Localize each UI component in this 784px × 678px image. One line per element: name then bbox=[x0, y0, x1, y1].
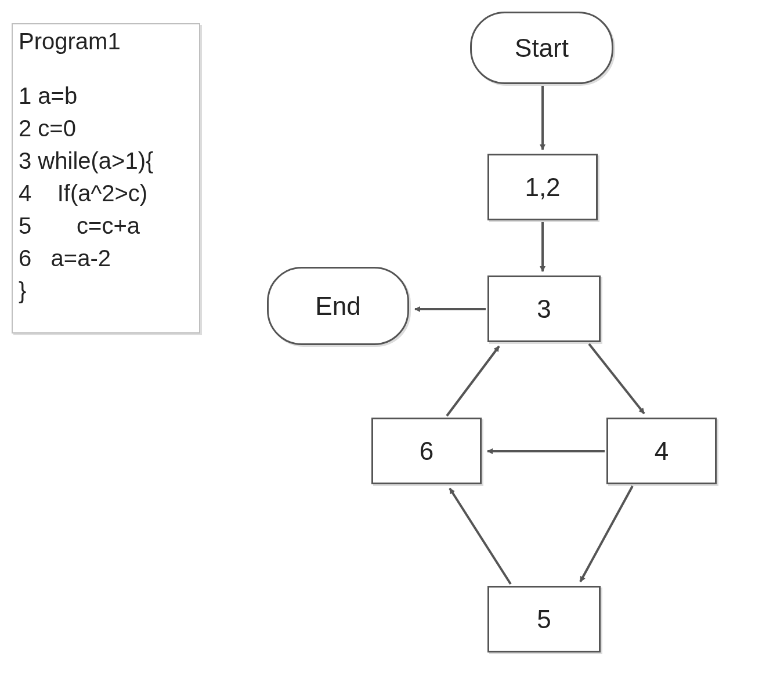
svg-line-3 bbox=[589, 344, 644, 414]
svg-line-5 bbox=[580, 486, 633, 582]
code-title: Program1 bbox=[19, 27, 193, 55]
code-line-2: 2 c=0 bbox=[19, 112, 193, 144]
code-line-1: 1 a=b bbox=[19, 79, 193, 112]
end-terminator: End bbox=[267, 267, 409, 345]
node-5: 5 bbox=[487, 586, 601, 652]
node-5-label: 5 bbox=[537, 605, 551, 634]
code-line-7: } bbox=[19, 274, 193, 307]
node-1-2: 1,2 bbox=[487, 154, 598, 220]
start-terminator: Start bbox=[470, 12, 613, 84]
code-line-5: 5 c=c+a bbox=[19, 209, 193, 242]
node-3: 3 bbox=[487, 275, 601, 342]
node-3-label: 3 bbox=[537, 295, 551, 324]
node-6: 6 bbox=[371, 418, 482, 484]
code-line-6: 6 a=a-2 bbox=[19, 242, 193, 274]
diagram-canvas: Program1 1 a=b 2 c=0 3 while(a>1){ 4 If(… bbox=[0, 0, 784, 678]
node-1-2-label: 1,2 bbox=[525, 173, 560, 202]
svg-line-6 bbox=[450, 488, 511, 584]
code-line-4: 4 If(a^2>c) bbox=[19, 177, 193, 209]
svg-line-7 bbox=[447, 346, 499, 416]
code-line-3: 3 while(a>1){ bbox=[19, 144, 193, 177]
node-4: 4 bbox=[606, 418, 717, 484]
node-4-label: 4 bbox=[655, 437, 669, 466]
start-label: Start bbox=[515, 34, 569, 63]
node-6-label: 6 bbox=[420, 437, 433, 466]
code-box: Program1 1 a=b 2 c=0 3 while(a>1){ 4 If(… bbox=[12, 23, 200, 333]
end-label: End bbox=[315, 292, 360, 321]
